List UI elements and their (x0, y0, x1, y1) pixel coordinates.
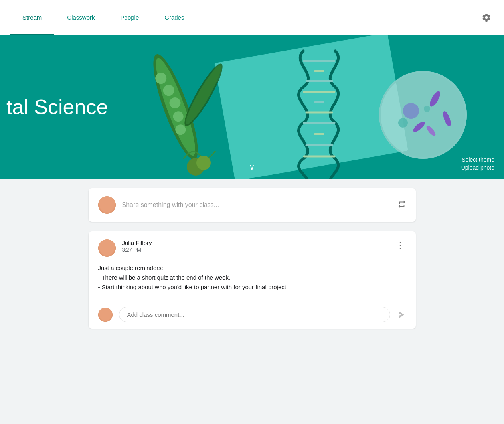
post-text-line3: - Start thinking about who you'd like to… (98, 282, 406, 292)
repost-icon[interactable] (397, 200, 406, 211)
post-author-avatar (98, 239, 116, 257)
nav-tabs: Stream Classwork People Grades (10, 0, 197, 35)
banner-chevron-icon[interactable]: ∨ (249, 162, 255, 172)
svg-point-10 (196, 156, 211, 170)
comment-area (89, 300, 416, 329)
post-text-line2: - There will be a short quiz at the end … (98, 273, 406, 282)
user-avatar (98, 196, 116, 214)
svg-point-30 (398, 118, 408, 128)
tab-grades[interactable]: Grades (152, 0, 197, 35)
select-theme-button[interactable]: Select theme (462, 156, 494, 163)
share-placeholder[interactable]: Share something with your class... (122, 201, 391, 209)
post-text-line1: Just a couple reminders: (98, 263, 406, 273)
post-card: Julia Fillory 3:27 PM ⋮ Just a couple re… (89, 231, 416, 329)
upload-photo-button[interactable]: Upload photo (461, 164, 494, 171)
svg-point-25 (403, 103, 419, 119)
banner-actions: Select theme Upload photo (461, 156, 494, 171)
post-body: Just a couple reminders: - There will be… (89, 263, 416, 300)
tab-classwork[interactable]: Classwork (54, 0, 107, 35)
post-header: Julia Fillory 3:27 PM ⋮ (89, 231, 416, 263)
settings-gear-icon[interactable] (478, 10, 494, 26)
banner-class-title: tal Science (0, 95, 108, 119)
comment-input[interactable] (119, 307, 390, 322)
post-menu-icon[interactable]: ⋮ (394, 239, 406, 251)
commenter-avatar (98, 308, 113, 322)
share-box: Share something with your class... (89, 188, 416, 222)
tab-stream[interactable]: Stream (10, 0, 54, 35)
post-author-info: Julia Fillory 3:27 PM (122, 239, 388, 253)
post-author-name: Julia Fillory (122, 239, 388, 246)
post-timestamp: 3:27 PM (122, 247, 388, 253)
svg-point-31 (424, 106, 430, 112)
send-comment-button[interactable] (397, 310, 406, 319)
header: Stream Classwork People Grades (0, 0, 504, 35)
class-banner: tal Science ∨ Select theme Upload photo (0, 35, 504, 179)
tab-people[interactable]: People (108, 0, 152, 35)
